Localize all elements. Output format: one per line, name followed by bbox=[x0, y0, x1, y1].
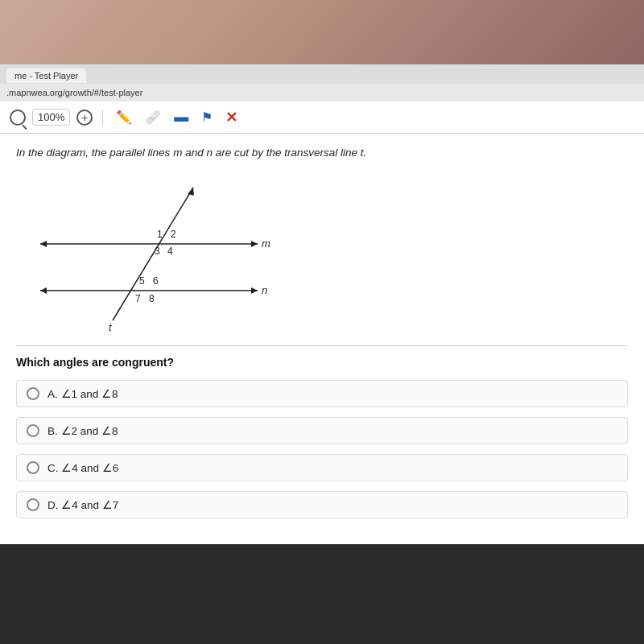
separator-1 bbox=[102, 109, 103, 126]
address-text: .mapnwea.org/growth/#/test-player bbox=[6, 88, 142, 97]
option-b-text: B. ∠2 and ∠8 bbox=[47, 424, 118, 437]
svg-text:5: 5 bbox=[139, 275, 145, 287]
content-area: In the diagram, the parallel lines m and… bbox=[0, 134, 644, 544]
search-icon[interactable] bbox=[10, 109, 26, 126]
screen-wrapper: me - Test Player .mapnwea.org/growth/#/t… bbox=[0, 0, 644, 644]
svg-text:1: 1 bbox=[157, 229, 163, 240]
address-bar[interactable]: .mapnwea.org/growth/#/test-player bbox=[0, 84, 644, 101]
svg-marker-1 bbox=[251, 241, 258, 247]
svg-text:7: 7 bbox=[135, 293, 141, 304]
browser-tab[interactable]: me - Test Player bbox=[6, 68, 86, 83]
highlight-icon[interactable]: ▬ bbox=[171, 107, 192, 127]
option-a-text: A. ∠1 and ∠8 bbox=[47, 387, 118, 400]
tab-bar: me - Test Player bbox=[0, 64, 644, 84]
zoom-value: 100% bbox=[38, 111, 64, 123]
option-c[interactable]: C. ∠4 and ∠6 bbox=[16, 454, 628, 481]
option-d-text: D. ∠4 and ∠7 bbox=[47, 498, 118, 511]
zoom-in-button[interactable]: + bbox=[76, 109, 93, 126]
radio-d[interactable] bbox=[27, 498, 39, 511]
option-c-letter: C. bbox=[47, 462, 61, 474]
svg-text:t: t bbox=[109, 321, 113, 332]
svg-marker-6 bbox=[40, 287, 47, 294]
svg-text:2: 2 bbox=[171, 229, 176, 240]
svg-text:m: m bbox=[262, 237, 270, 250]
eraser-icon[interactable]: 🩹 bbox=[142, 108, 164, 126]
browser-chrome: me - Test Player .mapnwea.org/growth/#/t… bbox=[0, 64, 644, 544]
option-b-letter: B. bbox=[47, 425, 61, 437]
toolbar: 100% + ✏️ 🩹 ▬ ⚑ ✕ bbox=[0, 101, 644, 134]
svg-text:4: 4 bbox=[167, 246, 173, 257]
option-d-letter: D. bbox=[47, 499, 61, 511]
which-angles-label: Which angles are congruent? bbox=[16, 356, 628, 369]
svg-text:6: 6 bbox=[153, 275, 159, 287]
close-icon[interactable]: ✕ bbox=[222, 107, 241, 128]
zoom-control[interactable]: 100% bbox=[32, 109, 70, 126]
radio-c[interactable] bbox=[27, 461, 39, 474]
question-intro: In the diagram, the parallel lines m and… bbox=[16, 147, 628, 159]
flag-icon[interactable]: ⚑ bbox=[198, 108, 216, 126]
option-c-text: C. ∠4 and ∠6 bbox=[47, 461, 118, 474]
geometry-diagram: m n t bbox=[32, 171, 306, 332]
svg-text:n: n bbox=[262, 284, 267, 296]
svg-text:8: 8 bbox=[149, 293, 155, 304]
divider bbox=[16, 345, 628, 346]
svg-marker-5 bbox=[251, 287, 258, 294]
diagram-svg: m n t bbox=[32, 171, 306, 332]
svg-marker-2 bbox=[40, 241, 47, 247]
option-b[interactable]: B. ∠2 and ∠8 bbox=[16, 417, 628, 444]
radio-a[interactable] bbox=[27, 387, 39, 400]
pencil-icon[interactable]: ✏️ bbox=[113, 108, 135, 126]
svg-text:3: 3 bbox=[155, 246, 160, 257]
answer-options: A. ∠1 and ∠8 B. ∠2 and ∠8 C. ∠4 and ∠6 bbox=[16, 380, 628, 518]
option-a[interactable]: A. ∠1 and ∠8 bbox=[16, 380, 628, 407]
laptop-frame: me - Test Player .mapnwea.org/growth/#/t… bbox=[0, 64, 644, 644]
option-d[interactable]: D. ∠4 and ∠7 bbox=[16, 491, 628, 518]
option-a-letter: A. bbox=[47, 388, 61, 400]
radio-b[interactable] bbox=[27, 424, 39, 437]
